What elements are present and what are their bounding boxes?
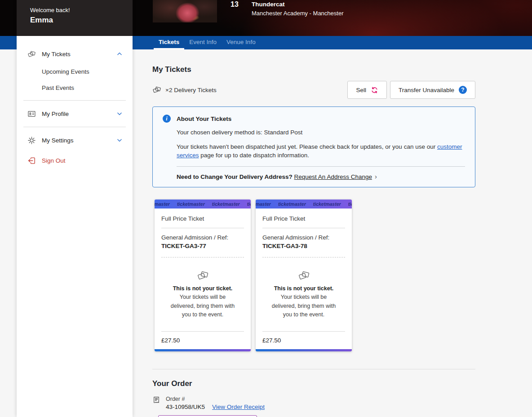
sidebar-item-label: My Tickets xyxy=(42,51,116,58)
event-venue: Manchester Academy - Manchester xyxy=(252,10,343,17)
card-accent-strip xyxy=(155,349,251,351)
info-icon: i xyxy=(163,115,171,123)
dispatch-text-pre: Your tickets haven't been dispatched jus… xyxy=(177,143,437,150)
ticket-price: £27.50 xyxy=(161,337,244,344)
delivery-summary-row: ×2 Delivery Tickets Sell Transfer Unavai… xyxy=(152,81,475,99)
sell-button-label: Sell xyxy=(356,87,366,93)
order-number-label: Order # xyxy=(166,396,265,402)
tab-tickets[interactable]: Tickets xyxy=(154,36,184,49)
address-change-row: Need to Change Your Delivery Address? Re… xyxy=(177,173,465,180)
card-dashed-divider xyxy=(262,257,345,257)
infobox-divider xyxy=(177,166,465,167)
ticket-notice: This is not your ticket. Your tickets wi… xyxy=(161,270,244,319)
sidebar-item-past-events[interactable]: Past Events xyxy=(17,82,133,93)
card-divider xyxy=(161,331,244,332)
brand-watermark: ticketmaster xyxy=(155,201,170,207)
page-title: My Tickets xyxy=(152,65,475,74)
event-date-day: 13 xyxy=(231,0,239,9)
chevron-right-icon: › xyxy=(375,173,377,180)
brand-watermark: ticketmaster xyxy=(278,201,306,207)
ticket-section: General Admission / Ref: xyxy=(262,234,345,241)
sign-out-icon xyxy=(27,156,36,165)
dispatch-status-text: Your tickets haven't been dispatched jus… xyxy=(177,142,464,160)
ticket-section: General Admission / Ref: xyxy=(161,234,244,241)
section-divider xyxy=(152,369,475,369)
view-order-receipt-link[interactable]: View Order Receipt xyxy=(212,404,265,410)
event-name: Thundercat xyxy=(252,1,343,8)
ticket-actions: Sell Transfer Unavailable ? xyxy=(347,81,475,99)
ticket-price: £27.50 xyxy=(262,337,345,344)
ticket-type: Full Price Ticket xyxy=(262,215,345,222)
question-icon: ? xyxy=(459,86,467,94)
card-divider xyxy=(161,228,244,228)
order-number-value: 43-10958/UK5 xyxy=(166,404,205,410)
tab-venue-info[interactable]: Venue Info xyxy=(222,36,261,49)
card-divider xyxy=(262,331,345,332)
notice-title: This is not your ticket. xyxy=(262,285,345,292)
gear-icon xyxy=(27,136,36,145)
card-accent-strip xyxy=(256,349,352,351)
sidebar-item-my-settings[interactable]: My Settings xyxy=(17,134,133,146)
card-dashed-divider xyxy=(161,257,244,257)
sidebar-item-upcoming-events[interactable]: Upcoming Events xyxy=(17,66,133,77)
account-sidebar: Welcome back! Emma My Tickets Upcoming E… xyxy=(17,0,133,417)
address-change-question: Need to Change Your Delivery Address? xyxy=(177,173,294,180)
brand-watermark: ticketmaster xyxy=(212,201,240,207)
welcome-username: Emma xyxy=(30,16,133,25)
brand-watermark: ticketmaster xyxy=(313,201,341,207)
ticket-card[interactable]: ticketmasterticketmasterticketmastertick… xyxy=(256,200,352,351)
id-card-icon xyxy=(27,110,36,118)
order-section-title: Your Order xyxy=(152,379,475,388)
sidebar-item-label: My Settings xyxy=(42,137,116,144)
order-info-row: Order # 43-10958/UK5 View Order Receipt xyxy=(152,396,475,410)
transfer-button[interactable]: Transfer Unavailable ? xyxy=(390,81,475,99)
sidebar-divider xyxy=(23,100,126,101)
brand-watermark: ticketmaster xyxy=(348,201,352,207)
about-tickets-infobox: i About Your Tickets Your chosen deliver… xyxy=(152,106,475,187)
card-divider xyxy=(262,228,345,228)
ticket-reference: TICKET-GA3-77 xyxy=(161,243,244,249)
delivery-summary-text: ×2 Delivery Tickets xyxy=(165,87,217,93)
receipt-icon xyxy=(152,396,160,410)
ticketmaster-brand-strip: ticketmasterticketmasterticketmastertick… xyxy=(155,200,251,208)
notice-body: Your tickets will be delivered, bring th… xyxy=(270,293,338,319)
transfer-button-label: Transfer Unavailable xyxy=(399,87,454,93)
ticket-reference: TICKET-GA3-78 xyxy=(262,243,345,249)
welcome-panel: Welcome back! Emma xyxy=(17,0,133,36)
sidebar-divider xyxy=(23,127,126,127)
main-content: My Tickets ×2 Delivery Tickets Sell xyxy=(133,49,532,417)
sidebar-item-sign-out[interactable]: Sign Out xyxy=(17,154,133,167)
brand-watermark: ticketmaster xyxy=(177,201,205,207)
ticket-card[interactable]: ticketmasterticketmasterticketmastertick… xyxy=(155,200,251,351)
ticket-card-list: ticketmasterticketmasterticketmastertick… xyxy=(152,200,475,351)
tickets-icon xyxy=(152,85,161,94)
notice-title: This is not your ticket. xyxy=(161,285,244,292)
infobox-title: About Your Tickets xyxy=(177,115,231,122)
ticket-type: Full Price Ticket xyxy=(161,215,244,222)
tab-event-info[interactable]: Event Info xyxy=(184,36,222,49)
sidebar-nav: My Tickets Upcoming Events Past Events M… xyxy=(17,36,133,167)
tickets-icon xyxy=(197,270,209,282)
sell-button[interactable]: Sell xyxy=(347,81,387,99)
refresh-icon xyxy=(371,86,378,94)
sidebar-item-my-profile[interactable]: My Profile xyxy=(17,107,133,120)
chevron-down-icon xyxy=(116,137,124,143)
tickets-icon xyxy=(27,50,36,58)
notice-body: Your tickets will be delivered, bring th… xyxy=(168,293,237,319)
delivery-summary: ×2 Delivery Tickets xyxy=(152,85,217,94)
event-thumbnail-image xyxy=(153,0,217,22)
sidebar-item-my-tickets[interactable]: My Tickets xyxy=(17,48,133,60)
event-meta: Thundercat Manchester Academy - Manchest… xyxy=(252,1,343,17)
sign-out-label: Sign Out xyxy=(42,157,124,164)
brand-watermark: ticketmaster xyxy=(247,201,251,207)
dispatch-text-post: page for up to date dispatch information… xyxy=(199,152,309,159)
need-help-button[interactable]: Need Help With This Order? ? xyxy=(158,415,257,417)
brand-watermark: ticketmaster xyxy=(256,201,271,207)
ticket-notice: This is not your ticket. Your tickets wi… xyxy=(262,270,345,319)
delivery-method-text: Your chosen delivery method is: Standard… xyxy=(177,129,465,136)
request-address-change-link[interactable]: Request An Address Change xyxy=(294,173,372,180)
ticketmaster-brand-strip: ticketmasterticketmasterticketmastertick… xyxy=(256,200,352,208)
chevron-down-icon xyxy=(116,111,124,117)
chevron-up-icon xyxy=(116,51,124,57)
sidebar-item-label: My Profile xyxy=(42,111,116,117)
